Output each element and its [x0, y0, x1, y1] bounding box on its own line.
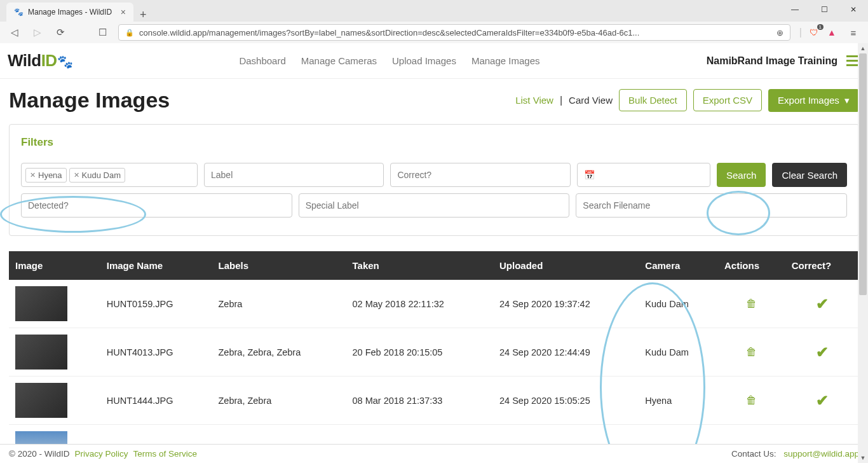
tag-remove-icon[interactable]: ✕ [30, 171, 36, 179]
table-row[interactable]: HUNT0159.JPG Zebra 02 May 2018 22:11:32 … [9, 280, 859, 328]
detected-input[interactable] [28, 200, 285, 211]
thumbnail[interactable] [15, 335, 67, 370]
table-row[interactable]: HUNT1444.JPG Zebra, Zebra 08 Mar 2018 21… [9, 377, 859, 425]
scroll-thumb[interactable] [859, 53, 867, 295]
terms-link[interactable]: Terms of Service [133, 449, 198, 459]
logo[interactable]: WildID🐾 [8, 51, 72, 71]
detected-filter[interactable] [21, 193, 292, 218]
thumbnail[interactable] [15, 383, 67, 418]
trash-icon[interactable]: 🗑 [746, 298, 757, 310]
close-window-button[interactable]: ✕ [839, 0, 868, 19]
col-actions[interactable]: Actions [718, 251, 785, 280]
privacy-link[interactable]: Privacy Policy [74, 449, 128, 459]
table-header: Image Image Name Labels Taken Uploaded C… [9, 251, 859, 280]
page-title: Manage Images [9, 88, 170, 113]
col-uploaded[interactable]: Uploaded [493, 251, 639, 280]
cell-taken: 02 May 2018 22:11:32 [346, 280, 494, 328]
nav-dashboard[interactable]: Dashboard [239, 55, 285, 66]
date-filter[interactable]: 📅 [577, 163, 710, 187]
filename-filter[interactable] [576, 193, 847, 218]
cell-camera: Hyena [639, 377, 718, 425]
cell-labels: Zebra, Zebra, Zebra [212, 425, 346, 445]
contact-email-link[interactable]: support@wildid.app [783, 449, 859, 459]
url-bar[interactable]: 🔒 console.wildid.app/management/images?s… [118, 24, 790, 41]
view-controls: List View | Card View Bulk Detect Export… [515, 89, 859, 112]
scrollbar[interactable]: ▲ ▼ [858, 43, 868, 463]
scroll-up-icon[interactable]: ▲ [858, 43, 868, 53]
brave-rewards-icon[interactable]: ▲ [826, 27, 837, 38]
back-button[interactable]: ◁ [8, 27, 22, 38]
brave-shield-icon[interactable]: 🛡1 [808, 27, 820, 38]
filename-input[interactable] [583, 200, 840, 211]
col-image[interactable]: Image [9, 251, 100, 280]
scroll-down-icon[interactable]: ▼ [858, 453, 868, 463]
check-icon[interactable]: ✔ [816, 343, 829, 361]
lock-icon: 🔒 [125, 29, 134, 37]
tab-close-button[interactable]: × [121, 7, 126, 17]
search-in-page-icon[interactable]: ⊕ [776, 28, 783, 38]
special-label-input[interactable] [306, 200, 563, 211]
card-view-link[interactable]: Card View [569, 95, 613, 106]
images-table: Image Image Name Labels Taken Uploaded C… [9, 251, 859, 444]
tag-hyena[interactable]: ✕Hyena [25, 168, 67, 183]
col-image-name[interactable]: Image Name [100, 251, 212, 280]
thumbnail[interactable] [15, 431, 67, 444]
filters-panel: Filters ✕Hyena ✕Kudu Dam 📅 Search Clear … [9, 124, 859, 236]
footer: © 2020 - WildID Privacy Policy Terms of … [0, 444, 868, 463]
filter-row-2 [21, 193, 847, 218]
cell-camera: Kudu Dam [639, 328, 718, 377]
export-images-button[interactable]: Export Images ▾ [768, 89, 859, 112]
search-button[interactable]: Search [717, 163, 766, 187]
table-row[interactable]: HUNT1202.JPG Zebra, Zebra, Zebra 04 Mar … [9, 425, 859, 445]
col-camera[interactable]: Camera [639, 251, 718, 280]
correct-input[interactable] [397, 170, 563, 180]
forward-button[interactable]: ▷ [31, 27, 44, 38]
new-tab-button[interactable]: + [133, 8, 153, 22]
tag-remove-icon[interactable]: ✕ [74, 171, 79, 179]
cell-uploaded: 24 Sep 2020 15:05:25 [493, 377, 639, 425]
minimize-button[interactable]: — [780, 0, 810, 19]
browser-tab[interactable]: 🐾 Manage Images - WildID × [6, 3, 133, 22]
check-icon[interactable]: ✔ [816, 440, 829, 445]
col-correct[interactable]: Correct? [785, 251, 859, 280]
check-icon[interactable]: ✔ [816, 295, 829, 312]
cell-image-name: HUNT1202.JPG [100, 425, 212, 445]
export-csv-button[interactable]: Export CSV [693, 89, 762, 111]
cell-taken: 08 Mar 2018 21:37:33 [346, 377, 494, 425]
thumbnail[interactable] [15, 286, 67, 321]
list-view-link[interactable]: List View [515, 95, 553, 106]
tab-title: Manage Images - WildID [28, 8, 112, 17]
clear-search-button[interactable]: Clear Search [772, 163, 847, 187]
trash-icon[interactable]: 🗑 [746, 394, 757, 406]
tag-kudu-dam[interactable]: ✕Kudu Dam [69, 168, 125, 183]
app-header: WildID🐾 Dashboard Manage Cameras Upload … [0, 43, 868, 79]
check-icon[interactable]: ✔ [816, 392, 829, 409]
filters-heading: Filters [21, 136, 847, 149]
correct-filter[interactable] [390, 163, 570, 187]
main-nav: Dashboard Manage Cameras Upload Images M… [239, 55, 539, 66]
browser-menu-button[interactable]: ≡ [846, 27, 860, 38]
table-row[interactable]: HUNT4013.JPG Zebra, Zebra, Zebra 20 Feb … [9, 328, 859, 377]
browser-nav-bar: ◁ ▷ ⟳ ☐ 🔒 console.wildid.app/management/… [0, 22, 868, 43]
bookmark-button[interactable]: ☐ [95, 27, 109, 38]
nav-upload-images[interactable]: Upload Images [392, 55, 456, 66]
page-header-row: Manage Images List View | Card View Bulk… [9, 88, 859, 113]
bulk-detect-button[interactable]: Bulk Detect [619, 89, 687, 111]
special-label-filter[interactable] [299, 193, 570, 218]
label-filter[interactable] [204, 163, 384, 187]
col-taken[interactable]: Taken [346, 251, 494, 280]
nav-manage-cameras[interactable]: Manage Cameras [301, 55, 377, 66]
header-right: NamibRand Image Training [707, 55, 860, 67]
favicon-icon: 🐾 [14, 8, 23, 17]
cell-uploaded: 24 Sep 2020 14:36:24 [493, 425, 639, 445]
col-labels[interactable]: Labels [212, 251, 346, 280]
trash-icon[interactable]: 🗑 [746, 346, 757, 358]
nav-manage-images[interactable]: Manage Images [471, 55, 540, 66]
camera-tags-field[interactable]: ✕Hyena ✕Kudu Dam [21, 163, 198, 187]
reload-button[interactable]: ⟳ [53, 27, 67, 38]
calendar-icon: 📅 [584, 170, 595, 180]
maximize-button[interactable]: ☐ [810, 0, 839, 19]
cell-camera: Hyena [639, 425, 718, 445]
trash-icon[interactable]: 🗑 [746, 443, 757, 445]
label-input[interactable] [211, 170, 377, 180]
